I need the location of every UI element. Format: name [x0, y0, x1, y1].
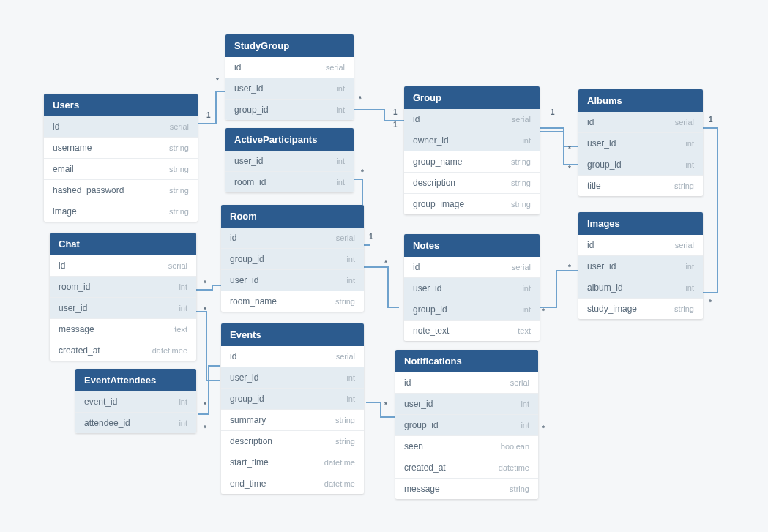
- field-type: serial: [336, 233, 355, 242]
- table-fields: idserialgroup_idintuser_idintroom_namest…: [221, 228, 364, 312]
- field-type: serial: [168, 261, 187, 270]
- field-name: user_id: [587, 261, 616, 271]
- cardinality-label: 1: [369, 233, 373, 241]
- field-type: int: [336, 84, 345, 93]
- table-room: Room idserialgroup_idintuser_idintroom_n…: [221, 205, 364, 312]
- table-row: descriptionstring: [221, 431, 364, 452]
- table-fields: idserialowner_idintgroup_namestringdescr…: [404, 109, 540, 214]
- field-type: serial: [675, 118, 694, 127]
- table-fields: idserialroom_idintuser_idintmessagetextc…: [50, 255, 196, 361]
- field-type: serial: [326, 63, 345, 72]
- table-row: group_idint: [404, 299, 540, 321]
- table-row: idserial: [50, 255, 196, 277]
- field-name: id: [234, 62, 241, 72]
- table-events: Events idserialuser_idintgroup_idintsumm…: [221, 323, 364, 494]
- table-row: attendee_idint: [75, 413, 196, 433]
- field-name: created_at: [59, 345, 100, 356]
- table-header: Room: [221, 205, 364, 228]
- field-type: boolean: [501, 442, 529, 451]
- field-type: int: [521, 421, 529, 430]
- table-row: idserial: [404, 109, 540, 130]
- table-images: Images idserialuser_idintalbum_idintstud…: [578, 212, 703, 319]
- field-type: datetime: [324, 458, 355, 467]
- field-type: int: [685, 139, 694, 148]
- field-name: seen: [404, 441, 423, 452]
- field-type: int: [522, 284, 531, 293]
- field-name: id: [404, 378, 411, 388]
- field-name: owner_id: [413, 135, 449, 146]
- cardinality-label: *: [204, 280, 206, 288]
- table-row: room_namestring: [221, 291, 364, 312]
- field-name: user_id: [234, 156, 263, 166]
- field-type: string: [169, 186, 189, 195]
- field-name: image: [53, 206, 77, 217]
- table-row: user_idint: [578, 256, 703, 277]
- table-row: imagestring: [44, 201, 198, 222]
- table-studygroup: StudyGroup idserialuser_idintgroup_idint: [225, 34, 354, 120]
- cardinality-label: 1: [393, 108, 398, 116]
- table-notifications: Notifications idserialuser_idintgroup_id…: [395, 350, 538, 499]
- table-users: Users idserialusernamestringemailstringh…: [44, 94, 198, 222]
- field-type: int: [336, 178, 345, 187]
- field-name: group_id: [404, 420, 439, 430]
- field-type: serial: [336, 352, 355, 361]
- table-notes: Notes idserialuser_idintgroup_idintnote_…: [404, 234, 540, 341]
- table-row: descriptionstring: [404, 173, 540, 194]
- field-name: username: [53, 143, 92, 153]
- field-type: int: [346, 394, 355, 403]
- field-type: serial: [675, 241, 694, 250]
- table-row: user_idint: [221, 367, 364, 389]
- field-type: text: [174, 325, 187, 334]
- table-row: event_idint: [75, 391, 196, 413]
- field-type: int: [685, 160, 694, 169]
- field-type: datetime: [324, 479, 355, 488]
- table-row: seenboolean: [395, 436, 538, 457]
- cardinality-label: 1: [393, 121, 398, 129]
- table-row: user_idint: [404, 278, 540, 299]
- field-type: int: [346, 276, 355, 285]
- table-row: study_imagestring: [578, 299, 703, 319]
- field-name: summary: [230, 415, 266, 425]
- field-name: group_id: [587, 160, 622, 170]
- table-row: user_idint: [395, 394, 538, 415]
- field-name: id: [230, 233, 236, 243]
- field-type: string: [169, 143, 189, 152]
- field-name: id: [53, 121, 59, 132]
- field-name: id: [413, 114, 420, 124]
- cardinality-label: *: [361, 168, 364, 176]
- table-row: idserial: [221, 228, 364, 249]
- table-header: Notifications: [395, 350, 538, 372]
- table-header: Group: [404, 86, 540, 109]
- table-row: emailstring: [44, 159, 198, 180]
- field-name: id: [59, 261, 65, 271]
- field-name: title: [587, 181, 601, 191]
- field-type: int: [522, 136, 531, 145]
- cardinality-label: *: [568, 165, 571, 173]
- table-row: group_idint: [578, 154, 703, 176]
- table-header: Events: [221, 323, 364, 346]
- table-eventattendees: EventAttendees event_idintattendee_idint: [75, 369, 196, 433]
- field-name: study_image: [587, 304, 637, 314]
- cardinality-label: *: [204, 401, 206, 409]
- field-type: int: [179, 304, 187, 312]
- field-name: user_id: [230, 372, 258, 383]
- table-activeparticipants: ActiveParticipants user_idintroom_idint: [225, 128, 354, 192]
- cardinality-label: *: [204, 306, 206, 314]
- cardinality-label: *: [568, 263, 571, 271]
- table-header: Albums: [578, 89, 703, 112]
- field-type: string: [674, 304, 694, 313]
- table-row: start_timedatetime: [221, 452, 364, 473]
- table-row: note_texttext: [404, 321, 540, 341]
- table-header: Notes: [404, 234, 540, 257]
- table-row: room_idint: [50, 277, 196, 298]
- field-name: description: [413, 178, 455, 188]
- table-fields: idserialuser_idintgroup_idinttitlestring: [578, 112, 703, 196]
- field-name: id: [587, 240, 594, 250]
- table-row: group_idint: [221, 249, 364, 270]
- table-row: room_idint: [225, 172, 354, 192]
- table-row: created_atdatetimee: [50, 340, 196, 361]
- field-type: serial: [512, 263, 531, 271]
- field-name: end_time: [230, 479, 266, 489]
- table-fields: idserialuser_idintgroup_idintsummarystri…: [221, 346, 364, 494]
- field-type: datetime: [499, 463, 529, 472]
